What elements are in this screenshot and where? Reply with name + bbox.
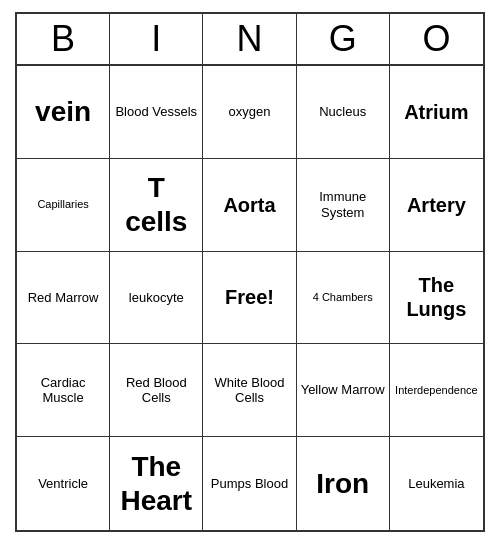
bingo-cell-15: Cardiac Muscle: [17, 344, 110, 437]
header-letter-i: I: [110, 14, 203, 64]
bingo-cell-10: Red Marrow: [17, 252, 110, 345]
bingo-cell-19: Interdependence: [390, 344, 483, 437]
bingo-header: BINGO: [17, 14, 483, 66]
bingo-grid: veinBlood VesselsoxygenNucleusAtriumCapi…: [17, 66, 483, 530]
header-letter-b: B: [17, 14, 110, 64]
bingo-cell-4: Atrium: [390, 66, 483, 159]
bingo-cell-23: Iron: [297, 437, 390, 530]
bingo-cell-9: Artery: [390, 159, 483, 252]
header-letter-o: O: [390, 14, 483, 64]
bingo-cell-22: Pumps Blood: [203, 437, 296, 530]
bingo-cell-0: vein: [17, 66, 110, 159]
bingo-cell-1: Blood Vessels: [110, 66, 203, 159]
bingo-cell-18: Yellow Marrow: [297, 344, 390, 437]
bingo-cell-2: oxygen: [203, 66, 296, 159]
bingo-cell-6: T cells: [110, 159, 203, 252]
bingo-card: BINGO veinBlood VesselsoxygenNucleusAtri…: [15, 12, 485, 532]
bingo-cell-14: The Lungs: [390, 252, 483, 345]
header-letter-g: G: [297, 14, 390, 64]
bingo-cell-8: Immune System: [297, 159, 390, 252]
bingo-cell-5: Capillaries: [17, 159, 110, 252]
bingo-cell-12: Free!: [203, 252, 296, 345]
bingo-cell-7: Aorta: [203, 159, 296, 252]
bingo-cell-20: Ventricle: [17, 437, 110, 530]
bingo-cell-21: The Heart: [110, 437, 203, 530]
bingo-cell-16: Red Blood Cells: [110, 344, 203, 437]
header-letter-n: N: [203, 14, 296, 64]
bingo-cell-13: 4 Chambers: [297, 252, 390, 345]
bingo-cell-11: leukocyte: [110, 252, 203, 345]
bingo-cell-24: Leukemia: [390, 437, 483, 530]
bingo-cell-3: Nucleus: [297, 66, 390, 159]
bingo-cell-17: White Blood Cells: [203, 344, 296, 437]
